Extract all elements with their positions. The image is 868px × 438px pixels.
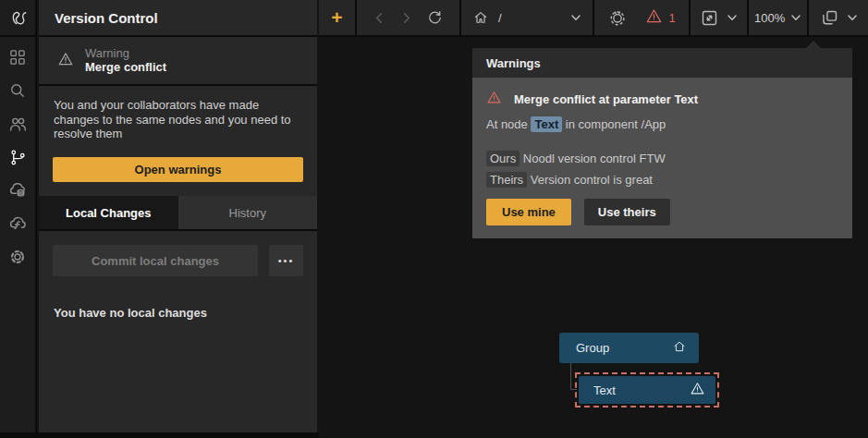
zoom-level: 100% (754, 11, 785, 25)
route-path: / (498, 11, 561, 25)
warning-triangle-icon (645, 7, 663, 29)
nav-controls (357, 0, 459, 35)
chevron-down-icon (727, 12, 738, 23)
node-canvas[interactable]: Warnings Merge conflict at parameter Tex… (319, 37, 868, 438)
use-mine-button[interactable]: Use mine (486, 199, 571, 225)
node-label: Group (576, 341, 672, 355)
chevron-down-icon (790, 12, 801, 23)
back-icon[interactable] (373, 11, 386, 25)
popup-notch (805, 41, 822, 49)
node-text-body: Text (579, 376, 715, 404)
ours-badge: Ours (486, 151, 520, 166)
version-control-branch-icon[interactable] (0, 140, 36, 174)
popup-title: Warnings (472, 48, 852, 78)
chevron-down-icon (570, 12, 581, 23)
settings-gear-icon[interactable] (0, 240, 36, 274)
popup-warning-title: Merge conflict at parameter Text (514, 92, 698, 106)
use-theirs-button[interactable]: Use theirs (584, 199, 670, 225)
warning-title: Merge conflict (85, 60, 166, 75)
noodl-logo-icon[interactable] (0, 0, 36, 37)
conflict-actions: Use mine Use theirs (486, 199, 838, 225)
location-middle: in component (566, 117, 638, 131)
warning-triangle-icon (57, 51, 74, 71)
node-group[interactable]: Group (559, 333, 699, 363)
warning-count: 1 (669, 11, 676, 25)
ours-value: Noodl version control FTW (523, 152, 666, 165)
viewport-selector[interactable] (809, 0, 868, 35)
components-grid-icon[interactable] (0, 41, 36, 74)
chevron-down-icon (847, 12, 858, 23)
add-node-button[interactable]: + (319, 0, 355, 35)
cloud-functions-icon[interactable] (0, 207, 36, 240)
theirs-value: Version control is great (531, 173, 653, 187)
debug-bug-icon[interactable] (608, 8, 627, 27)
more-options-button[interactable]: ••• (269, 245, 303, 276)
commit-local-changes-button[interactable]: Commit local changes (53, 245, 258, 276)
version-control-panel: Version Control Warning Merge conflict Y… (39, 0, 317, 432)
warning-label: Warning (85, 46, 166, 60)
panel-title: Version Control (39, 0, 317, 37)
forward-icon[interactable] (399, 11, 413, 25)
expand-preview-icon (700, 8, 719, 28)
home-icon (472, 9, 489, 26)
canvas-toolbar: + / (319, 0, 868, 37)
panel-tabs: Local Changes History (39, 196, 317, 231)
tab-history[interactable]: History (178, 196, 318, 229)
popup-body: Merge conflict at parameter Text At node… (472, 78, 852, 238)
merge-conflict-summary[interactable]: Warning Merge conflict (39, 37, 317, 86)
warnings-popup: Warnings Merge conflict at parameter Tex… (472, 48, 852, 238)
refresh-icon[interactable] (426, 9, 444, 27)
search-icon[interactable] (0, 74, 36, 107)
window-bottom-edge (0, 432, 319, 438)
zoom-selector[interactable]: 100% (749, 0, 808, 35)
ours-row: Ours Noodl version control FTW (486, 152, 838, 165)
collaborators-icon[interactable] (0, 107, 36, 140)
node-name-badge[interactable]: Text (531, 116, 562, 132)
component-path: /App (642, 117, 666, 131)
warning-triangle-icon (486, 90, 502, 109)
preview-mode-selector[interactable] (691, 0, 747, 35)
location-prefix: At node (486, 117, 528, 131)
node-connection-line (570, 363, 571, 390)
open-warnings-button[interactable]: Open warnings (53, 157, 303, 182)
debug-warning-controls: 1 (594, 0, 689, 35)
route-selector[interactable]: / (461, 0, 593, 35)
popup-warning-location: At node Text in component /App (486, 117, 838, 131)
popup-warning-row: Merge conflict at parameter Text (486, 90, 838, 109)
warnings-toolbar-button[interactable]: 1 (645, 7, 676, 29)
conflict-description: You and your collaborators have made cha… (39, 86, 317, 141)
node-label: Text (593, 383, 690, 397)
viewport-squares-icon (820, 8, 839, 28)
tab-local-changes[interactable]: Local Changes (39, 196, 178, 229)
theirs-row: Theirs Version control is great (486, 173, 838, 187)
warning-triangle-icon (690, 381, 705, 400)
warning-texts: Warning Merge conflict (85, 46, 166, 75)
cloud-data-icon[interactable] (0, 174, 36, 207)
node-text-conflicted[interactable]: Text (575, 372, 719, 408)
commit-row: Commit local changes ••• (53, 245, 303, 276)
home-icon (672, 339, 687, 358)
theirs-badge: Theirs (486, 172, 527, 188)
noodl-app: Version Control Warning Merge conflict Y… (0, 0, 868, 438)
activity-bar (0, 0, 37, 438)
no-local-changes-message: You have no local changes (54, 306, 207, 320)
